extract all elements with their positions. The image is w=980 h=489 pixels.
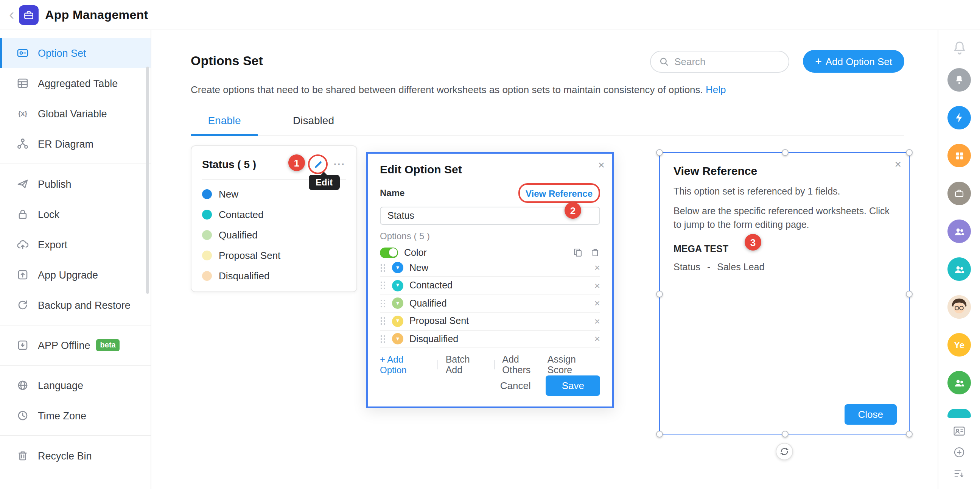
- drag-handle-icon[interactable]: [380, 334, 386, 343]
- reference-row[interactable]: Status - Sales Lead: [673, 262, 895, 273]
- add-option-link[interactable]: + Add Option: [380, 354, 430, 376]
- remove-option-icon[interactable]: ×: [595, 298, 600, 309]
- avatar-photo[interactable]: [947, 295, 971, 319]
- sidebar-item-publish[interactable]: Publish: [0, 169, 151, 199]
- tab-enable[interactable]: Enable: [191, 114, 258, 135]
- avatar-group-teal[interactable]: [947, 257, 971, 281]
- option-set-icon: [17, 47, 29, 59]
- add-others-link[interactable]: Add Others: [502, 354, 547, 376]
- selection-handle[interactable]: [906, 149, 913, 156]
- contact-card-icon[interactable]: [953, 425, 966, 438]
- more-menu-icon[interactable]: ⋯: [333, 158, 346, 170]
- sidebar-divider: [0, 325, 151, 325]
- notifications-bell-icon[interactable]: [951, 39, 967, 56]
- option-color-circle[interactable]: ▾: [392, 333, 403, 344]
- selection-handle[interactable]: [906, 290, 913, 297]
- assign-score-link[interactable]: Assign Score: [547, 354, 600, 376]
- sidebar-item-option-set[interactable]: Option Set: [0, 38, 151, 68]
- add-person-icon[interactable]: [953, 446, 966, 459]
- drag-handle-icon[interactable]: [380, 299, 386, 308]
- selection-handle[interactable]: [781, 431, 788, 438]
- search-icon: [659, 56, 669, 66]
- cancel-button[interactable]: Cancel: [500, 380, 531, 391]
- option-label: Proposal Sent: [219, 250, 280, 261]
- selection-handle[interactable]: [656, 290, 663, 297]
- selection-handle[interactable]: [906, 431, 913, 438]
- batch-add-link[interactable]: Batch Add: [446, 354, 487, 376]
- drag-handle-icon[interactable]: [380, 317, 386, 326]
- time-zone-icon: [17, 409, 29, 422]
- description-text: Create options that need to be shared be…: [191, 84, 703, 96]
- view-reference-link[interactable]: View Reference: [525, 188, 593, 199]
- avatar-group-purple[interactable]: [947, 220, 971, 243]
- edit-pencil-icon[interactable]: [313, 159, 323, 169]
- sidebar-item-lock[interactable]: Lock: [0, 199, 151, 229]
- selection-handle[interactable]: [656, 431, 663, 438]
- card-option-row: Contacted: [202, 204, 346, 225]
- sidebar-item-export[interactable]: Export: [0, 229, 151, 260]
- options-count-label: Options ( 5 ): [380, 231, 600, 241]
- option-label: Disqualified: [409, 333, 458, 344]
- search-input[interactable]: [674, 56, 780, 67]
- remove-option-icon[interactable]: ×: [595, 333, 600, 344]
- sidebar-item-label: Aggregated Table: [38, 78, 118, 89]
- refresh-button[interactable]: [776, 443, 793, 460]
- avatar-ye[interactable]: Ye: [947, 333, 971, 357]
- sidebar-item-global-variable[interactable]: {x} Global Variable: [0, 99, 151, 129]
- annotation-step-3: 3: [745, 234, 761, 250]
- sidebar-item-er-diagram[interactable]: ER Diagram: [0, 129, 151, 159]
- refresh-icon: [780, 447, 789, 456]
- card-option-row: Disqualified: [202, 266, 346, 286]
- global-variable-icon: {x}: [17, 107, 29, 119]
- back-chevron-icon[interactable]: ‹: [9, 6, 14, 22]
- panel-close-icon[interactable]: ×: [894, 158, 901, 170]
- option-label: Qualified: [219, 229, 258, 241]
- right-rail: Ye: [938, 30, 980, 489]
- separator: [438, 360, 438, 370]
- search-box[interactable]: [650, 50, 789, 72]
- sidebar-item-label: Recycle Bin: [38, 450, 92, 461]
- sidebar-item-backup-restore[interactable]: Backup and Restore: [0, 290, 151, 320]
- help-link[interactable]: Help: [706, 84, 726, 96]
- sidebar-item-aggregated-table[interactable]: Aggregated Table: [0, 68, 151, 99]
- chevron-down-icon: ▾: [396, 301, 399, 307]
- avatar-group-green[interactable]: [947, 371, 971, 394]
- avatar-partial[interactable]: [947, 409, 971, 418]
- save-button[interactable]: Save: [546, 376, 600, 396]
- sidebar-item-language[interactable]: Language: [0, 370, 151, 400]
- sidebar-scrollbar[interactable]: [146, 67, 149, 294]
- sidebar-item-time-zone[interactable]: Time Zone: [0, 400, 151, 431]
- selection-handle[interactable]: [656, 149, 663, 156]
- tab-disabled[interactable]: Disabled: [293, 114, 334, 135]
- option-color-circle[interactable]: ▾: [392, 315, 403, 327]
- copy-icon[interactable]: [573, 247, 583, 257]
- option-color-circle[interactable]: ▾: [392, 298, 403, 309]
- modal-close-icon[interactable]: ×: [598, 159, 605, 170]
- sort-list-icon[interactable]: [953, 467, 966, 480]
- add-option-set-button[interactable]: + Add Option Set: [803, 50, 904, 73]
- avatar-briefcase[interactable]: [947, 182, 971, 205]
- avatar-lightning[interactable]: [947, 106, 971, 129]
- drag-handle-icon[interactable]: [380, 263, 386, 272]
- avatar-apps[interactable]: [947, 144, 971, 167]
- drag-handle-icon[interactable]: [380, 281, 386, 290]
- remove-option-icon[interactable]: ×: [595, 280, 600, 291]
- sidebar-item-app-upgrade[interactable]: App Upgrade: [0, 260, 151, 290]
- card-option-row: Proposal Sent: [202, 245, 346, 266]
- option-color-dot: [202, 189, 212, 199]
- person-avatar-icon: [947, 295, 971, 319]
- color-toggle[interactable]: [380, 247, 398, 258]
- close-button[interactable]: Close: [845, 404, 897, 425]
- selection-handle[interactable]: [781, 149, 788, 156]
- delete-icon[interactable]: [590, 247, 600, 257]
- option-color-circle[interactable]: ▾: [392, 280, 403, 291]
- option-color-circle[interactable]: ▾: [392, 262, 403, 274]
- sidebar-item-recycle-bin[interactable]: Recycle Bin: [0, 441, 151, 471]
- remove-option-icon[interactable]: ×: [595, 262, 600, 274]
- chevron-down-icon: ▾: [396, 336, 399, 342]
- modal-option-row: ▾ Qualified ×: [380, 295, 600, 313]
- remove-option-icon[interactable]: ×: [595, 315, 600, 327]
- sidebar-item-app-offline[interactable]: APP Offline beta: [0, 330, 151, 360]
- separator: [494, 360, 495, 370]
- avatar-bell[interactable]: [947, 68, 971, 92]
